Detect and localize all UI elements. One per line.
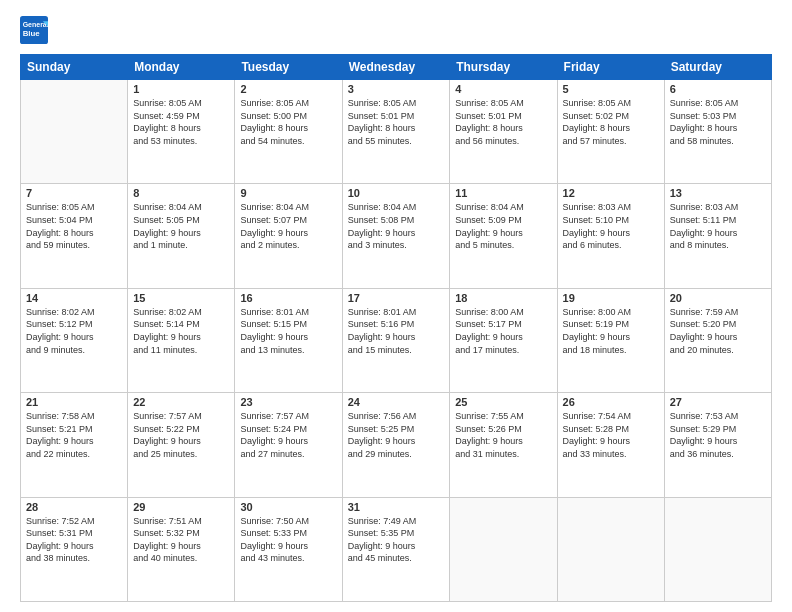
day-number: 5	[563, 83, 659, 95]
day-info: Sunrise: 8:04 AM Sunset: 5:07 PM Dayligh…	[240, 201, 336, 251]
day-number: 25	[455, 396, 551, 408]
calendar-cell	[557, 497, 664, 601]
day-number: 8	[133, 187, 229, 199]
calendar-cell: 17Sunrise: 8:01 AM Sunset: 5:16 PM Dayli…	[342, 288, 450, 392]
day-number: 13	[670, 187, 766, 199]
day-number: 24	[348, 396, 445, 408]
day-number: 21	[26, 396, 122, 408]
day-number: 11	[455, 187, 551, 199]
day-of-week-sunday: Sunday	[21, 55, 128, 80]
calendar-cell: 9Sunrise: 8:04 AM Sunset: 5:07 PM Daylig…	[235, 184, 342, 288]
calendar-cell: 26Sunrise: 7:54 AM Sunset: 5:28 PM Dayli…	[557, 393, 664, 497]
day-info: Sunrise: 7:49 AM Sunset: 5:35 PM Dayligh…	[348, 515, 445, 565]
week-row-5: 28Sunrise: 7:52 AM Sunset: 5:31 PM Dayli…	[21, 497, 772, 601]
week-row-2: 7Sunrise: 8:05 AM Sunset: 5:04 PM Daylig…	[21, 184, 772, 288]
day-number: 12	[563, 187, 659, 199]
calendar-cell: 27Sunrise: 7:53 AM Sunset: 5:29 PM Dayli…	[664, 393, 771, 497]
day-number: 19	[563, 292, 659, 304]
day-number: 18	[455, 292, 551, 304]
day-of-week-saturday: Saturday	[664, 55, 771, 80]
day-number: 9	[240, 187, 336, 199]
day-number: 22	[133, 396, 229, 408]
day-number: 16	[240, 292, 336, 304]
calendar-cell	[664, 497, 771, 601]
calendar-cell: 29Sunrise: 7:51 AM Sunset: 5:32 PM Dayli…	[128, 497, 235, 601]
day-info: Sunrise: 8:03 AM Sunset: 5:10 PM Dayligh…	[563, 201, 659, 251]
calendar-cell: 8Sunrise: 8:04 AM Sunset: 5:05 PM Daylig…	[128, 184, 235, 288]
calendar-header: SundayMondayTuesdayWednesdayThursdayFrid…	[21, 55, 772, 80]
day-number: 6	[670, 83, 766, 95]
calendar-cell: 21Sunrise: 7:58 AM Sunset: 5:21 PM Dayli…	[21, 393, 128, 497]
calendar-cell: 30Sunrise: 7:50 AM Sunset: 5:33 PM Dayli…	[235, 497, 342, 601]
day-info: Sunrise: 8:00 AM Sunset: 5:19 PM Dayligh…	[563, 306, 659, 356]
calendar-cell: 13Sunrise: 8:03 AM Sunset: 5:11 PM Dayli…	[664, 184, 771, 288]
day-number: 10	[348, 187, 445, 199]
day-number: 14	[26, 292, 122, 304]
day-info: Sunrise: 7:53 AM Sunset: 5:29 PM Dayligh…	[670, 410, 766, 460]
calendar-cell: 18Sunrise: 8:00 AM Sunset: 5:17 PM Dayli…	[450, 288, 557, 392]
day-info: Sunrise: 8:05 AM Sunset: 5:01 PM Dayligh…	[348, 97, 445, 147]
calendar-cell: 15Sunrise: 8:02 AM Sunset: 5:14 PM Dayli…	[128, 288, 235, 392]
week-row-3: 14Sunrise: 8:02 AM Sunset: 5:12 PM Dayli…	[21, 288, 772, 392]
logo-icon: General Blue	[20, 16, 48, 44]
day-number: 26	[563, 396, 659, 408]
calendar-cell	[450, 497, 557, 601]
day-of-week-wednesday: Wednesday	[342, 55, 450, 80]
day-info: Sunrise: 7:55 AM Sunset: 5:26 PM Dayligh…	[455, 410, 551, 460]
day-info: Sunrise: 7:51 AM Sunset: 5:32 PM Dayligh…	[133, 515, 229, 565]
calendar-page: General Blue SundayMondayTuesdayWednesda…	[0, 0, 792, 612]
calendar-cell: 28Sunrise: 7:52 AM Sunset: 5:31 PM Dayli…	[21, 497, 128, 601]
calendar-cell: 25Sunrise: 7:55 AM Sunset: 5:26 PM Dayli…	[450, 393, 557, 497]
day-info: Sunrise: 8:05 AM Sunset: 5:04 PM Dayligh…	[26, 201, 122, 251]
day-info: Sunrise: 8:04 AM Sunset: 5:05 PM Dayligh…	[133, 201, 229, 251]
day-info: Sunrise: 8:02 AM Sunset: 5:12 PM Dayligh…	[26, 306, 122, 356]
day-info: Sunrise: 7:57 AM Sunset: 5:22 PM Dayligh…	[133, 410, 229, 460]
day-number: 4	[455, 83, 551, 95]
day-number: 27	[670, 396, 766, 408]
calendar-cell: 23Sunrise: 7:57 AM Sunset: 5:24 PM Dayli…	[235, 393, 342, 497]
calendar-cell: 7Sunrise: 8:05 AM Sunset: 5:04 PM Daylig…	[21, 184, 128, 288]
calendar-cell: 5Sunrise: 8:05 AM Sunset: 5:02 PM Daylig…	[557, 80, 664, 184]
calendar-cell: 3Sunrise: 8:05 AM Sunset: 5:01 PM Daylig…	[342, 80, 450, 184]
day-info: Sunrise: 7:59 AM Sunset: 5:20 PM Dayligh…	[670, 306, 766, 356]
day-info: Sunrise: 8:04 AM Sunset: 5:09 PM Dayligh…	[455, 201, 551, 251]
calendar-cell: 4Sunrise: 8:05 AM Sunset: 5:01 PM Daylig…	[450, 80, 557, 184]
week-row-4: 21Sunrise: 7:58 AM Sunset: 5:21 PM Dayli…	[21, 393, 772, 497]
day-number: 15	[133, 292, 229, 304]
day-info: Sunrise: 7:56 AM Sunset: 5:25 PM Dayligh…	[348, 410, 445, 460]
day-of-week-tuesday: Tuesday	[235, 55, 342, 80]
calendar-cell: 6Sunrise: 8:05 AM Sunset: 5:03 PM Daylig…	[664, 80, 771, 184]
day-info: Sunrise: 8:05 AM Sunset: 5:03 PM Dayligh…	[670, 97, 766, 147]
calendar-cell	[21, 80, 128, 184]
week-row-1: 1Sunrise: 8:05 AM Sunset: 4:59 PM Daylig…	[21, 80, 772, 184]
calendar-table: SundayMondayTuesdayWednesdayThursdayFrid…	[20, 54, 772, 602]
day-number: 28	[26, 501, 122, 513]
day-info: Sunrise: 8:05 AM Sunset: 5:00 PM Dayligh…	[240, 97, 336, 147]
calendar-cell: 12Sunrise: 8:03 AM Sunset: 5:10 PM Dayli…	[557, 184, 664, 288]
day-number: 17	[348, 292, 445, 304]
day-info: Sunrise: 8:05 AM Sunset: 5:01 PM Dayligh…	[455, 97, 551, 147]
day-of-week-monday: Monday	[128, 55, 235, 80]
calendar-body: 1Sunrise: 8:05 AM Sunset: 4:59 PM Daylig…	[21, 80, 772, 602]
calendar-cell: 1Sunrise: 8:05 AM Sunset: 4:59 PM Daylig…	[128, 80, 235, 184]
calendar-cell: 20Sunrise: 7:59 AM Sunset: 5:20 PM Dayli…	[664, 288, 771, 392]
page-header: General Blue	[20, 16, 772, 44]
day-info: Sunrise: 8:00 AM Sunset: 5:17 PM Dayligh…	[455, 306, 551, 356]
calendar-cell: 10Sunrise: 8:04 AM Sunset: 5:08 PM Dayli…	[342, 184, 450, 288]
svg-text:Blue: Blue	[23, 29, 41, 38]
day-number: 2	[240, 83, 336, 95]
calendar-cell: 11Sunrise: 8:04 AM Sunset: 5:09 PM Dayli…	[450, 184, 557, 288]
day-of-week-friday: Friday	[557, 55, 664, 80]
calendar-cell: 22Sunrise: 7:57 AM Sunset: 5:22 PM Dayli…	[128, 393, 235, 497]
logo: General Blue	[20, 16, 52, 44]
days-of-week-row: SundayMondayTuesdayWednesdayThursdayFrid…	[21, 55, 772, 80]
calendar-cell: 24Sunrise: 7:56 AM Sunset: 5:25 PM Dayli…	[342, 393, 450, 497]
day-number: 30	[240, 501, 336, 513]
calendar-cell: 19Sunrise: 8:00 AM Sunset: 5:19 PM Dayli…	[557, 288, 664, 392]
calendar-cell: 14Sunrise: 8:02 AM Sunset: 5:12 PM Dayli…	[21, 288, 128, 392]
day-number: 23	[240, 396, 336, 408]
day-info: Sunrise: 8:02 AM Sunset: 5:14 PM Dayligh…	[133, 306, 229, 356]
day-number: 20	[670, 292, 766, 304]
day-info: Sunrise: 8:04 AM Sunset: 5:08 PM Dayligh…	[348, 201, 445, 251]
day-info: Sunrise: 8:01 AM Sunset: 5:16 PM Dayligh…	[348, 306, 445, 356]
